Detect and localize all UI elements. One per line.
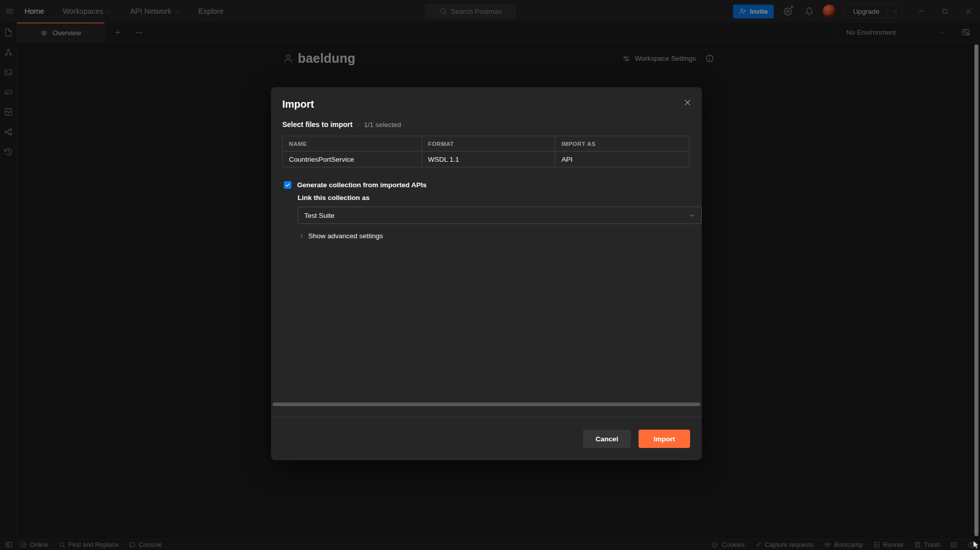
generate-collection-label: Generate collection from imported APIs [297,181,427,189]
postman-window: Home Workspaces API Network Explore Sear… [0,0,980,550]
separator-dot: · [357,121,359,129]
link-collection-label: Link this collection as [298,194,370,202]
modal-horizontal-scrollbar[interactable] [273,403,700,406]
select-files-row: Select files to import · 1/1 selected [282,120,401,129]
cell-import-as: API [555,152,689,167]
import-modal: Import Select files to import · 1/1 sele… [271,87,702,460]
cell-name: CountriesPortService [283,152,422,167]
modal-title: Import [282,98,314,110]
select-files-label: Select files to import [282,120,353,129]
link-collection-select[interactable]: Test Suite [298,207,702,224]
import-files-table: NAME FORMAT IMPORT AS CountriesPortServi… [282,136,690,167]
cancel-button[interactable]: Cancel [583,430,631,448]
generate-collection-checkbox[interactable] [284,181,291,189]
column-header-format: FORMAT [422,136,555,152]
show-advanced-settings[interactable]: Show advanced settings [299,232,383,240]
link-collection-value: Test Suite [304,212,334,219]
import-button[interactable]: Import [639,430,690,448]
window-scrollbar-thumb[interactable] [974,44,978,536]
generate-collection-row[interactable]: Generate collection from imported APIs [284,181,427,189]
show-advanced-settings-label: Show advanced settings [308,232,383,240]
column-header-name: NAME [283,136,422,152]
column-header-import-as: IMPORT AS [555,136,689,152]
table-header-row: NAME FORMAT IMPORT AS [283,136,690,152]
chevron-down-icon [689,212,695,219]
cell-format: WSDL 1.1 [422,152,555,167]
selected-count: 1/1 selected [364,121,401,129]
table-row[interactable]: CountriesPortService WSDL 1.1 API [283,152,690,167]
window-scrollbar [973,43,980,537]
modal-footer: Cancel Import [271,417,702,460]
close-icon[interactable] [680,95,695,110]
chevron-right-icon [299,233,305,239]
mouse-cursor [972,541,979,549]
